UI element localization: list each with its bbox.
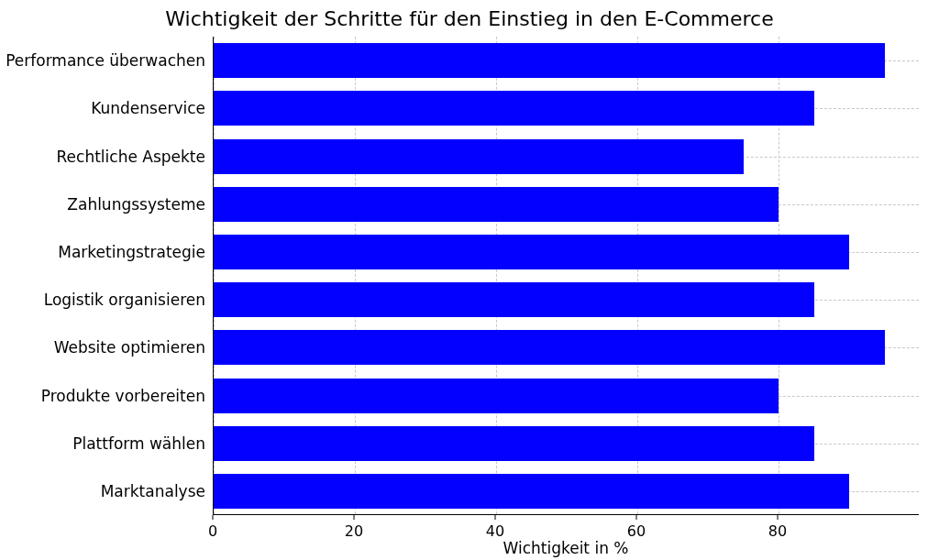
x-tick-mark <box>213 515 214 520</box>
bar <box>214 379 779 413</box>
x-tick-mark <box>495 515 496 520</box>
y-tick-label: Rechtliche Aspekte <box>0 148 205 166</box>
plot-area <box>213 37 919 515</box>
bar <box>214 330 885 365</box>
chart-container: Wichtigkeit der Schritte für den Einstie… <box>0 0 939 560</box>
y-tick-label: Marketingstrategie <box>0 243 205 261</box>
x-axis-label: Wichtigkeit in % <box>213 539 919 557</box>
bars-layer <box>214 37 919 514</box>
bar <box>214 139 744 174</box>
bar <box>214 43 885 78</box>
x-tick-mark <box>778 515 779 520</box>
x-tick-label: 0 <box>208 522 217 540</box>
bar <box>214 282 814 317</box>
x-tick-mark <box>636 515 637 520</box>
x-tick-mark <box>354 515 355 520</box>
x-tick-label: 60 <box>627 522 646 540</box>
y-tick-label: Logistik organisieren <box>0 291 205 309</box>
y-tick-label: Plattform wählen <box>0 434 205 453</box>
y-axis-labels: Performance überwachenKundenserviceRecht… <box>0 37 205 515</box>
x-tick-label: 80 <box>768 522 787 540</box>
y-tick-label: Marktanalyse <box>0 482 205 500</box>
x-tick-label: 20 <box>345 522 363 540</box>
bar <box>214 426 814 461</box>
y-tick-label: Website optimieren <box>0 338 205 357</box>
bar <box>214 91 814 126</box>
bar <box>214 187 779 222</box>
y-tick-label: Zahlungssysteme <box>0 195 205 214</box>
y-tick-label: Produkte vorbereiten <box>0 387 205 405</box>
y-tick-label: Performance überwachen <box>0 51 205 70</box>
chart-title: Wichtigkeit der Schritte für den Einstie… <box>0 7 939 30</box>
bar <box>214 235 849 269</box>
x-tick-label: 40 <box>486 522 504 540</box>
y-tick-label: Kundenservice <box>0 99 205 117</box>
bar <box>214 474 849 509</box>
